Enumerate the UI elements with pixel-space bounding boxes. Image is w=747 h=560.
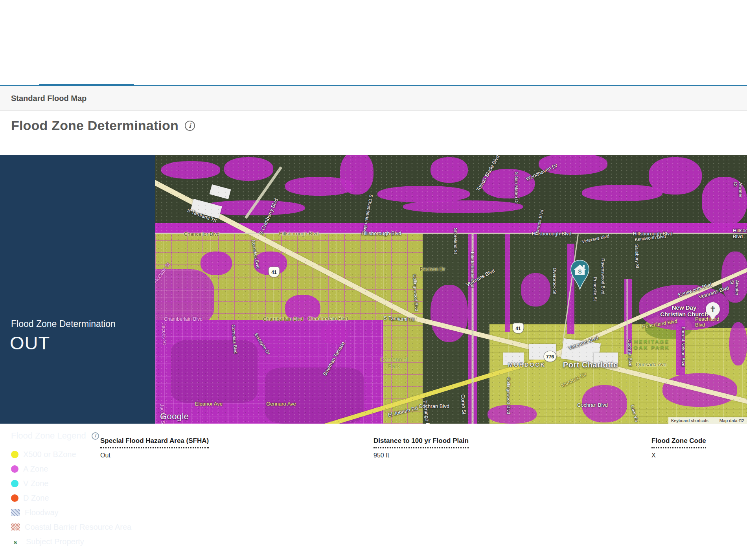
d-zone-swatch [11, 494, 18, 502]
map-shape [505, 233, 510, 332]
stat-sfha: Special Flood Hazard Area (SFHA) Out [100, 437, 209, 459]
street-label: Chancellor Blvd [184, 231, 219, 237]
church-cross-icon: ✝ [706, 302, 720, 316]
page-title-row: Flood Zone Determination i [11, 118, 195, 133]
legend-item-v-zone: V Zone [11, 479, 131, 488]
street-label: Hillsborough Blvd [279, 231, 318, 237]
legend-title: Flood Zone Legend [11, 431, 86, 441]
legend-item-floodway: Floodway [11, 508, 131, 517]
street-label: Como St [460, 394, 467, 414]
street-label: Cochran Blvd [577, 402, 608, 408]
stat-flood-zone-code: Flood Zone Code X [651, 437, 706, 459]
tab-standard-flood-map[interactable]: Standard Flood Map [11, 94, 86, 103]
stat-label: Flood Zone Code [651, 437, 706, 448]
legend-label: Subject Property [26, 537, 84, 546]
map-shape [729, 322, 747, 365]
stat-value: X [651, 452, 706, 459]
map-shape [201, 252, 232, 275]
street-label: Hillsborough Blvd [733, 228, 747, 240]
determination-panel: Flood Zone Determination OUT Flood Zone … [0, 155, 155, 424]
map-shape [340, 155, 374, 195]
keyboard-shortcuts-link[interactable]: Keyboard shortcuts [668, 417, 711, 424]
street-label: Salisbury St [634, 244, 640, 268]
google-logo[interactable]: Google [160, 411, 189, 422]
map-shape [431, 285, 468, 342]
street-label: S San Mateo Dr [513, 172, 519, 204]
legend-label: X500 or BZone [23, 450, 76, 459]
street-label: Quesada Ave [636, 362, 666, 368]
stat-distance-floodplain: Distance to 100 yr Flood Plain 950 ft [374, 437, 469, 459]
street-label: Eleanor Ave [195, 401, 223, 407]
x500-zone-swatch [11, 451, 18, 458]
poi-label: New Day Christian Church [660, 304, 708, 318]
map-shape [377, 186, 470, 202]
map-shape [224, 157, 273, 181]
stat-value: 950 ft [374, 452, 469, 459]
area-label: Centennial Park [380, 356, 408, 370]
svg-text:S: S [14, 540, 17, 545]
route-shield: 41 [513, 323, 524, 333]
info-icon[interactable]: i [185, 121, 195, 131]
map-shape [320, 324, 348, 344]
legend-item-a-zone: A Zone [11, 465, 131, 473]
street-label: Forrest Nelson Blvd [680, 327, 685, 367]
town-label: MURDOCK [508, 361, 546, 368]
street-label: Chamberlain Blvd [308, 316, 348, 322]
church-marker-tip [710, 316, 716, 320]
street-label: Shoreland St [453, 228, 458, 254]
map-data-text: Map data ©2 [717, 417, 747, 424]
v-zone-swatch [11, 480, 18, 487]
legend-item-coastal-barrier: Coastal Barrier Resource Area [11, 523, 131, 531]
legend-title-row: Flood Zone Legend i [11, 431, 99, 441]
determination-value: OUT [10, 332, 50, 354]
map-shape [161, 161, 220, 179]
street-label: Chamberlain Blvd [164, 316, 203, 322]
map-shape [582, 185, 662, 201]
legend-label: D Zone [23, 494, 49, 503]
flood-map-page: Standard Flood Map Flood Zone Determinat… [0, 0, 747, 560]
map-shape [171, 340, 258, 403]
subject-property-house-icon: S [9, 537, 21, 546]
street-label: Prineville St [592, 277, 597, 301]
a-zone-swatch [11, 465, 18, 473]
legend-label: Floodway [25, 508, 59, 517]
stat-value: Out [100, 452, 209, 459]
route-shield: 41 [269, 267, 280, 277]
street-label: Atwater St [729, 280, 740, 296]
legend-info-icon[interactable]: i [92, 432, 99, 440]
determination-label: Flood Zone Determination [11, 319, 116, 329]
map-shape [521, 273, 550, 307]
map-shape [403, 200, 523, 213]
page-title: Flood Zone Determination [11, 118, 178, 133]
map-shape [488, 405, 537, 424]
legend-label: Coastal Barrier Resource Area [25, 523, 131, 532]
map-shape [265, 367, 364, 424]
map-shape [431, 157, 468, 183]
legend-label: A Zone [23, 465, 48, 474]
legend-item-subject-property: S Subject Property [11, 537, 131, 546]
pin-letter: S [578, 268, 581, 275]
route-shield: 776 [544, 351, 556, 362]
subject-property-pin: S [570, 259, 590, 292]
stat-label: Distance to 100 yr Flood Plain [374, 437, 469, 448]
legend-label: V Zone [23, 479, 48, 488]
section-tabbar: Standard Flood Map [0, 86, 747, 111]
flood-zone-legend: X500 or BZone A Zone V Zone D Zone Flood… [11, 450, 131, 552]
church-poi-marker: ✝ [706, 302, 720, 320]
legend-item-d-zone: D Zone [11, 494, 131, 502]
town-label: Port Charlotte [563, 360, 618, 369]
street-label: Hillsborough Blvd [361, 231, 401, 237]
street-label: Chamberlain Blvd [263, 316, 304, 322]
flood-map[interactable]: Toledo Blade BlvdWoodhaven DrS Chamberla… [155, 155, 747, 424]
street-label: Ravenswood Blvd [600, 258, 605, 294]
map-shape [649, 157, 702, 195]
street-label: Overbrook St [552, 268, 557, 294]
coastal-barrier-hatch-swatch [11, 523, 20, 531]
street-label: Gennaro Ave [266, 401, 296, 407]
area-label: HERITAGE OAK PARK [634, 339, 670, 351]
street-label: Paulson Dr [420, 266, 445, 272]
street-label: Atwater Dr [733, 182, 743, 198]
street-label: Cochran Blvd [627, 339, 633, 366]
street-label: Cochran Blvd [419, 404, 449, 409]
map-attribution: Keyboard shortcuts Map data ©2 [668, 417, 747, 424]
